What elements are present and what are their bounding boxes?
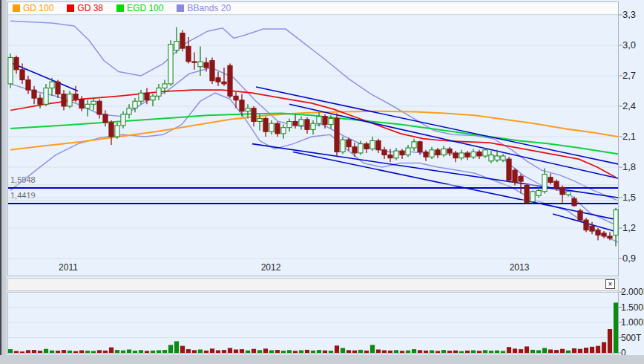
legend-item-gd-100[interactable]: GD 100 — [13, 4, 53, 13]
legend-swatch-icon — [67, 4, 74, 12]
year-label-2011: 2011 — [59, 262, 78, 273]
price-axis-label: 0,9 — [622, 253, 636, 264]
price-axis-label: 2,1 — [622, 131, 636, 142]
volume-axis-label: 1.500M — [621, 302, 644, 313]
volume-axis-label: 2.000M — [621, 287, 644, 297]
indicator-legend: GD 100GD 38EGD 100BBands 20 — [8, 2, 618, 15]
support-level-label-2: 1,4419 — [10, 191, 36, 200]
volume-axis-label: 500T — [621, 333, 641, 343]
year-label-2012: 2012 — [261, 262, 281, 273]
legend-label: BBands 20 — [187, 4, 231, 13]
legend-swatch-icon — [13, 4, 20, 12]
legend-swatch-icon — [116, 4, 124, 12]
legend-item-bbands-20[interactable]: BBands 20 — [177, 4, 231, 13]
close-volume-panel-button[interactable]: × — [605, 279, 615, 289]
legend-item-gd-38[interactable]: GD 38 — [67, 4, 103, 13]
price-chart-panel[interactable] — [7, 1, 619, 276]
volume-axis-label: 1.000M — [621, 317, 644, 328]
legend-label: EGD 100 — [127, 4, 163, 13]
price-axis-label: 2,4 — [622, 100, 636, 111]
legend-item-egd-100[interactable]: EGD 100 — [116, 4, 163, 13]
volume-chart-panel[interactable] — [7, 292, 619, 354]
price-axis-label: 2,7 — [622, 70, 636, 81]
price-axis-label: 1,8 — [622, 161, 636, 172]
price-axis-label: 3,3 — [622, 9, 636, 20]
support-level-label-1: 1,5948 — [10, 175, 36, 184]
charting-app-window: × GD 100GD 38EGD 100BBands 20 3,33,02,72… — [0, 0, 644, 364]
price-axis-label: 3,0 — [622, 39, 636, 51]
price-axis-label: 1,2 — [622, 222, 636, 233]
legend-swatch-icon — [177, 4, 184, 12]
price-axis-label: 1,5 — [622, 192, 636, 203]
year-label-2013: 2013 — [510, 262, 530, 273]
panel-separator[interactable] — [7, 278, 619, 291]
window-edge — [0, 0, 7, 364]
legend-label: GD 100 — [23, 4, 53, 13]
legend-label: GD 38 — [77, 4, 103, 13]
window-bottom-edge — [0, 355, 644, 364]
